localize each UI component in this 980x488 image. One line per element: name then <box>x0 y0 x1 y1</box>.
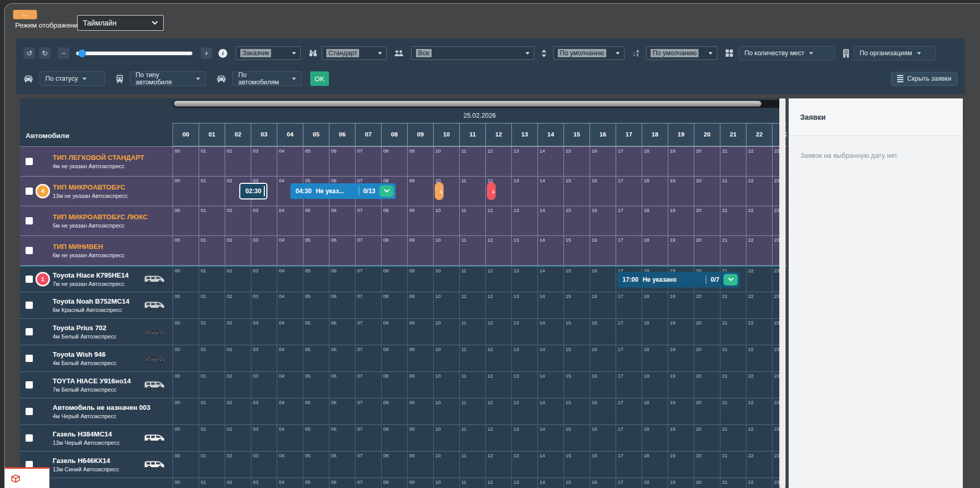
grid-cell[interactable]: 11 <box>459 147 485 176</box>
grid-cell[interactable]: 15 <box>564 292 590 318</box>
grid-cell[interactable]: 14 <box>537 267 564 292</box>
grid-cell[interactable]: 20 <box>694 177 720 206</box>
grid-cell[interactable]: 07 <box>355 398 381 424</box>
grid-cell[interactable]: 03 <box>251 319 277 345</box>
grid-cell[interactable]: 17 <box>616 236 642 265</box>
grid-cell[interactable]: 22 <box>746 206 772 235</box>
grid-cell[interactable]: 15 <box>564 177 590 206</box>
redo-button[interactable]: ↻ <box>39 47 51 59</box>
grid-cell[interactable]: 07 <box>355 147 381 176</box>
grid-cell[interactable]: 05 <box>303 292 329 318</box>
seats-count-dropdown[interactable]: По количеству мест <box>739 46 835 60</box>
grid-cell[interactable]: 21 <box>720 206 746 235</box>
grid-cell[interactable]: 07 <box>355 345 381 371</box>
grid-cell[interactable]: 01 <box>199 398 225 424</box>
grid-cell[interactable]: 07 <box>355 292 381 318</box>
grid-cell[interactable]: 09 <box>407 478 433 488</box>
grid-cell[interactable]: 04 <box>277 452 303 478</box>
grid-cell[interactable]: 10 <box>433 452 459 478</box>
expand-button[interactable]: ↔ <box>13 10 37 19</box>
grid-cell[interactable]: 04 <box>277 425 303 451</box>
grid-cell[interactable]: 02 <box>225 319 251 345</box>
grid-cell[interactable]: 06 <box>329 372 355 398</box>
grid-cell[interactable]: 09 <box>407 398 433 424</box>
expand-booking-button[interactable] <box>724 274 738 285</box>
grid-cell[interactable]: 16 <box>590 372 616 398</box>
grid-cell[interactable]: 20 <box>694 147 720 176</box>
row-checkbox[interactable] <box>26 408 33 415</box>
grid-cell[interactable]: 15 <box>564 206 590 235</box>
grid-cell[interactable]: 05 <box>303 206 329 235</box>
grid-cell[interactable]: 05 <box>303 147 329 176</box>
grid-cell[interactable]: 06 <box>329 452 355 478</box>
grid-cell[interactable]: 22 <box>746 425 772 451</box>
grid-cell[interactable]: 09 <box>407 345 433 371</box>
grid-cell[interactable]: 16 <box>590 425 616 451</box>
grid-cell[interactable]: 12 <box>485 267 511 292</box>
grid-cell[interactable]: 02 <box>225 292 251 318</box>
horizontal-scrollbar[interactable] <box>173 98 787 109</box>
grid-cell[interactable]: 16 <box>590 206 616 235</box>
grid-cell[interactable]: 06 <box>329 398 355 424</box>
grid-cell[interactable]: 18 <box>642 372 668 398</box>
grid-cell[interactable]: 11 <box>459 345 485 371</box>
grid-cell[interactable]: 04 <box>277 267 303 292</box>
grid-cell[interactable]: 01 <box>199 147 225 176</box>
grid-cell[interactable]: 14 <box>537 206 564 235</box>
grid-cell[interactable]: 02 <box>225 345 251 371</box>
grid-cell[interactable]: 13 <box>511 478 537 488</box>
grid-cell[interactable]: 16 <box>590 236 616 265</box>
grid-cell[interactable]: 12 <box>485 206 511 235</box>
grid-cell[interactable]: 00 <box>173 206 199 235</box>
grid-cell[interactable]: 00 <box>173 425 199 451</box>
grid-cell[interactable]: 14 <box>537 425 564 451</box>
grid-cell[interactable]: 06 <box>329 319 355 345</box>
grid-cell[interactable]: 22 <box>746 478 772 488</box>
grid-cell[interactable]: 16 <box>590 319 616 345</box>
grid-cell[interactable]: 16 <box>590 452 616 478</box>
horizontal-scrollbar-thumb[interactable] <box>174 101 762 107</box>
grid-cell[interactable]: 16 <box>590 267 616 292</box>
vehicles-filter-dropdown[interactable]: По автомобилям <box>232 71 302 86</box>
grid-cell[interactable]: 20 <box>694 345 720 371</box>
grid-cell[interactable]: 19 <box>668 206 694 235</box>
standard-select[interactable]: Стандарт <box>322 46 387 60</box>
vehicle-type-filter-dropdown[interactable]: По типу автомобиля <box>130 71 206 86</box>
grid-cell[interactable]: 00 <box>173 345 199 371</box>
grid-cell[interactable]: 06 <box>329 425 355 451</box>
grid-cell[interactable]: 11 <box>459 398 485 424</box>
grid-cell[interactable]: 03 <box>251 452 277 478</box>
grid-cell[interactable]: 13 <box>511 372 537 398</box>
grid-cell[interactable]: 14 <box>537 398 564 424</box>
grid-cell[interactable]: 20 <box>694 206 720 235</box>
grid-cell[interactable]: 04 <box>277 345 303 371</box>
grid-cell[interactable]: 06 <box>329 147 355 176</box>
grid-cell[interactable]: 22 <box>746 398 772 424</box>
grid-cell[interactable]: 03 <box>251 425 277 451</box>
grid-cell[interactable]: 19 <box>668 478 694 488</box>
grid-cell[interactable]: 18 <box>642 147 668 176</box>
grid-cell[interactable]: 14 <box>537 147 564 176</box>
grid-cell[interactable]: 08 <box>381 147 407 176</box>
grid-cell[interactable]: 04 <box>277 147 303 176</box>
grid-cell[interactable]: 08 <box>381 398 407 424</box>
grid-cell[interactable]: 01 <box>199 319 225 345</box>
grid-cell[interactable]: 16 <box>590 147 616 176</box>
grid-cell[interactable]: 11 <box>459 425 485 451</box>
grid-cell[interactable]: 15 <box>564 319 590 345</box>
grid-cell[interactable]: 14 <box>537 478 564 488</box>
grid-cell[interactable]: 12 <box>485 319 511 345</box>
grid-cell[interactable]: 05 <box>303 478 329 488</box>
vertical-scrollbar[interactable] <box>779 98 786 488</box>
grid-cell[interactable]: 19 <box>668 177 694 206</box>
grid-cell[interactable]: 22 <box>746 147 772 176</box>
grid-cell[interactable]: 11 <box>459 319 485 345</box>
grid-cell[interactable]: 03 <box>251 206 277 235</box>
grid-cell[interactable]: 02 <box>225 206 251 235</box>
grid-cell[interactable]: 18 <box>642 478 668 488</box>
grid-cell[interactable]: 00 <box>173 177 199 206</box>
grid-cell[interactable]: 08 <box>381 206 407 235</box>
grid-cell[interactable]: 10 <box>433 236 459 265</box>
grid-cell[interactable]: 14 <box>537 345 564 371</box>
grid-cell[interactable]: 10 <box>433 345 459 371</box>
